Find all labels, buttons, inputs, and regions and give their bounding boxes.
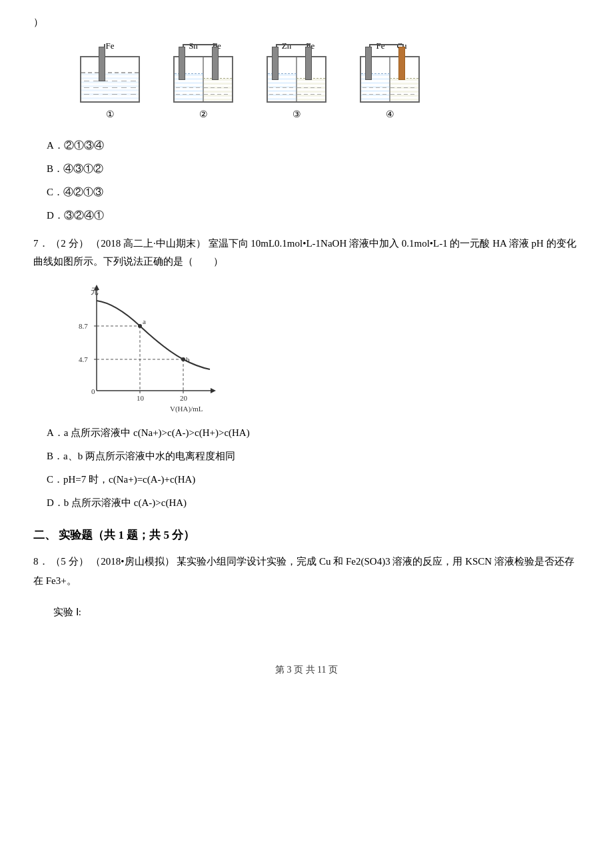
closing-paren: ） [33, 13, 580, 31]
cell-3-label-zn: Zn [282, 38, 291, 53]
option-q7-c: C．pH=7 时，c(Na+)=c(A-)+c(HA) [47, 471, 580, 489]
svg-text:10: 10 [137, 394, 145, 402]
option-q7-a: A．a 点所示溶液中 c(Na+)>c(A-)>c(H+)>c(HA) [47, 424, 580, 442]
ph-chart-svg: 元 8.7 4.7 0 10 20 V(HA)/mL a b [67, 281, 240, 414]
svg-text:a: a [143, 317, 146, 325]
option-q6-c: C．④②①③ [47, 183, 580, 201]
section-2-header: 二、 实验题（共 1 题；共 5 分） [33, 525, 580, 546]
page-footer: 第 3 页 共 11 页 [33, 661, 580, 678]
options-q6: A．②①③④ B．④③①② C．④②①③ D．③②④① [33, 137, 580, 225]
option-q7-b: B．a、b 两点所示溶液中水的电离程度相同 [47, 447, 580, 465]
cell-4-label-fe: Fe [376, 38, 384, 53]
svg-text:4.7: 4.7 [79, 355, 88, 363]
cell-1-number: ① [106, 106, 115, 123]
svg-text:8.7: 8.7 [79, 322, 88, 330]
cell-3-number: ③ [293, 106, 301, 123]
svg-point-19 [138, 324, 142, 328]
cell-4: Fe Cu ④ [353, 38, 426, 123]
cell-1: Fe ① [73, 38, 147, 123]
ph-chart: 元 8.7 4.7 0 10 20 V(HA)/mL a b [67, 281, 240, 414]
cell-2: Sn Fe [167, 38, 240, 123]
option-q6-a: A．②①③④ [47, 137, 580, 155]
cell-1-wrapper [80, 56, 140, 103]
option-q6-b: B．④③①② [47, 160, 580, 178]
question-7-header: 7． （2 分） （2018 高二上·中山期末） 室温下向 10mL0.1mol… [33, 235, 580, 271]
svg-text:0: 0 [91, 387, 95, 395]
svg-text:V(HA)/mL: V(HA)/mL [170, 405, 203, 413]
cell-1-label: Fe [106, 41, 115, 51]
option-q6-d: D．③②④① [47, 207, 580, 225]
question-8: 8． （5 分） （2018•房山模拟） 某实验小组同学设计实验，完成 Cu 和… [33, 552, 580, 590]
option-q7-d: D．b 点所示溶液中 c(A-)>c(HA) [47, 494, 580, 512]
cell-4-number: ④ [386, 106, 394, 123]
cell-2-number: ② [199, 106, 208, 123]
svg-text:20: 20 [180, 394, 188, 402]
cell-2-label-sn: Sn [189, 38, 198, 53]
cells-diagram: Fe ① Sn Fe [73, 38, 580, 123]
cell-3: Zn Fe ③ [260, 38, 333, 123]
experiment-label: 实验 Ⅰ: [53, 603, 580, 621]
options-q7: A．a 点所示溶液中 c(Na+)>c(A-)>c(H+)>c(HA) B．a、… [33, 424, 580, 512]
svg-point-21 [181, 357, 185, 361]
svg-text:元: 元 [91, 287, 99, 296]
svg-marker-3 [211, 388, 216, 393]
svg-text:b: b [186, 355, 190, 363]
